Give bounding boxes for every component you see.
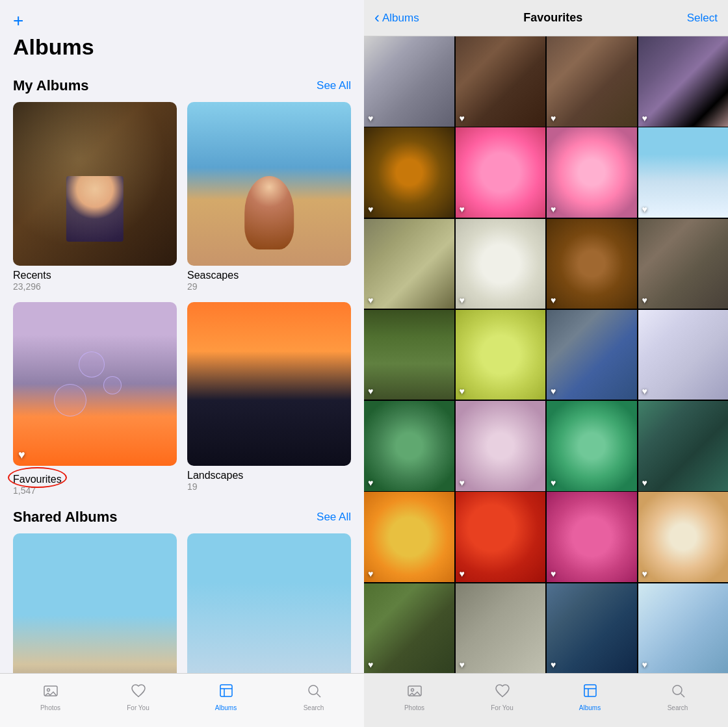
left-nav-photos[interactable]: Photos xyxy=(6,683,94,711)
right-panel: Albums Favourites Select ♥ ♥ ♥ ♥ ♥ ♥ ♥ ♥ xyxy=(364,0,728,727)
grid-photo-26[interactable]: ♥ xyxy=(456,583,546,673)
album-recents-count: 23,296 xyxy=(13,281,177,292)
left-nav-albums[interactable]: Albums xyxy=(182,683,270,711)
album-seascapes-thumb xyxy=(187,102,351,266)
left-bottom-nav: Photos For You Albums xyxy=(0,673,364,727)
right-photos-icon xyxy=(407,683,422,702)
foryou-icon xyxy=(131,683,146,702)
shared-albums-see-all[interactable]: See All xyxy=(317,511,351,524)
heart-icon-2: ♥ xyxy=(460,113,465,123)
grid-photo-3[interactable]: ♥ xyxy=(547,36,637,127)
heart-icon-28: ♥ xyxy=(642,659,647,670)
album-recents-thumb xyxy=(13,102,177,266)
album-landscapes-name: Landscapes xyxy=(187,470,351,481)
grid-photo-15[interactable]: ♥ xyxy=(547,310,637,400)
grid-photo-12[interactable]: ♥ xyxy=(638,219,729,309)
svg-line-9 xyxy=(681,694,684,698)
grid-photo-20[interactable]: ♥ xyxy=(638,401,729,491)
svg-line-4 xyxy=(317,694,320,698)
album-seascapes[interactable]: Seascapes 29 xyxy=(187,102,351,292)
grid-photo-28[interactable]: ♥ xyxy=(638,583,729,673)
grid-photo-6[interactable]: ♥ xyxy=(456,127,546,218)
grid-photo-7[interactable]: ♥ xyxy=(547,127,637,218)
grid-photo-21[interactable]: ♥ xyxy=(364,492,454,582)
album-recents-name: Recents xyxy=(13,270,177,281)
heart-icon-27: ♥ xyxy=(551,659,556,670)
heart-icon-23: ♥ xyxy=(551,568,556,579)
back-button[interactable]: Albums xyxy=(374,10,419,26)
heart-icon-3: ♥ xyxy=(551,113,556,123)
right-nav-foryou-label: For You xyxy=(491,704,513,711)
grid-photo-5[interactable]: ♥ xyxy=(364,127,454,218)
heart-icon-19: ♥ xyxy=(551,478,556,488)
my-albums-see-all[interactable]: See All xyxy=(317,79,351,92)
album-favourites-count: 1,547 xyxy=(13,485,177,496)
grid-photo-22[interactable]: ♥ xyxy=(456,492,546,582)
heart-icon-22: ♥ xyxy=(460,568,465,579)
heart-icon-4: ♥ xyxy=(642,113,647,123)
grid-photo-23[interactable]: ♥ xyxy=(547,492,637,582)
svg-rect-7 xyxy=(584,685,596,696)
right-nav-albums-label: Albums xyxy=(579,704,601,711)
favourites-title: Favourites xyxy=(523,11,582,25)
heart-icon-26: ♥ xyxy=(460,659,465,670)
heart-icon-15: ♥ xyxy=(551,386,556,396)
heart-icon: ♥ xyxy=(18,448,25,462)
svg-point-1 xyxy=(47,689,49,691)
bubble-2 xyxy=(103,376,122,394)
right-search-icon xyxy=(670,683,686,702)
left-nav-foryou[interactable]: For You xyxy=(94,683,182,711)
grid-photo-13[interactable]: ♥ xyxy=(364,310,454,400)
shared-album-2[interactable] xyxy=(187,533,351,673)
grid-photo-14[interactable]: ♥ xyxy=(456,310,546,400)
album-seascapes-count: 29 xyxy=(187,281,351,292)
grid-photo-17[interactable]: ♥ xyxy=(364,401,454,491)
svg-point-8 xyxy=(673,685,682,695)
album-landscapes[interactable]: Landscapes 19 xyxy=(187,302,351,496)
grid-photo-24[interactable]: ♥ xyxy=(638,492,729,582)
heart-icon-20: ♥ xyxy=(642,478,647,488)
grid-photo-10[interactable]: ♥ xyxy=(456,219,546,309)
album-favourites[interactable]: ♥ Favourites 1,547 xyxy=(13,302,177,496)
left-content: My Albums See All Recents 23,296 Seascap… xyxy=(0,64,364,673)
right-nav-search[interactable]: Search xyxy=(634,683,722,711)
right-nav-photos[interactable]: Photos xyxy=(370,683,458,711)
heart-icon-5: ♥ xyxy=(368,204,373,214)
left-nav-search[interactable]: Search xyxy=(270,683,358,711)
grid-photo-1[interactable]: ♥ xyxy=(364,36,454,127)
left-nav-albums-label: Albums xyxy=(215,704,237,711)
bubble-3 xyxy=(54,384,86,416)
album-seascapes-name: Seascapes xyxy=(187,270,351,281)
svg-point-6 xyxy=(411,689,413,691)
my-albums-title: My Albums xyxy=(13,77,89,94)
shared-album-1[interactable] xyxy=(13,533,177,673)
grid-photo-11[interactable]: ♥ xyxy=(547,219,637,309)
search-icon-left xyxy=(306,683,322,702)
left-nav-search-label: Search xyxy=(304,704,324,711)
album-favourites-name-wrapper: Favourites xyxy=(13,470,177,485)
right-nav-albums[interactable]: Albums xyxy=(546,683,634,711)
grid-photo-18[interactable]: ♥ xyxy=(456,401,546,491)
heart-icon-1: ♥ xyxy=(368,113,373,123)
album-favourites-thumb: ♥ xyxy=(13,302,177,466)
album-landscapes-count: 19 xyxy=(187,481,351,492)
heart-icon-17: ♥ xyxy=(368,478,373,488)
photo-grid: ♥ ♥ ♥ ♥ ♥ ♥ ♥ ♥ ♥ ♥ ♥ xyxy=(364,36,728,673)
grid-photo-27[interactable]: ♥ xyxy=(547,583,637,673)
grid-photo-9[interactable]: ♥ xyxy=(364,219,454,309)
add-button[interactable]: + xyxy=(13,10,23,31)
grid-photo-4[interactable]: ♥ xyxy=(638,36,729,127)
right-nav-photos-label: Photos xyxy=(404,704,424,711)
right-header: Albums Favourites Select xyxy=(364,0,728,36)
albums-title: Albums xyxy=(13,35,351,59)
bubble-1 xyxy=(79,351,105,377)
right-nav-foryou[interactable]: For You xyxy=(458,683,546,711)
grid-photo-16[interactable]: ♥ xyxy=(638,310,729,400)
grid-photo-25[interactable]: ♥ xyxy=(364,583,454,673)
select-button[interactable]: Select xyxy=(687,12,718,25)
grid-photo-19[interactable]: ♥ xyxy=(547,401,637,491)
grid-photo-8[interactable]: ♥ xyxy=(638,127,729,218)
album-recents[interactable]: Recents 23,296 xyxy=(13,102,177,292)
heart-icon-21: ♥ xyxy=(368,568,373,579)
grid-photo-2[interactable]: ♥ xyxy=(456,36,546,127)
